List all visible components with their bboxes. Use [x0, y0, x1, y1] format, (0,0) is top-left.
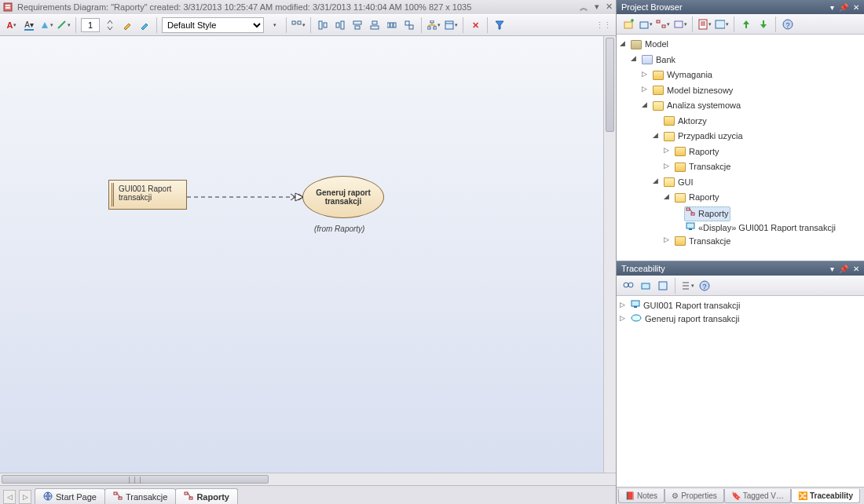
move-down-button[interactable]: [756, 17, 771, 31]
horizontal-scrollbar[interactable]: | | |: [0, 473, 616, 485]
tree-przypadki[interactable]: Przypadki uzycia: [662, 130, 745, 143]
diagram-toolbar: A▾ A▾ ▾ ▾ Default Style ▾ ▾ ▾ ▾: [0, 14, 616, 36]
expand-toggle[interactable]: ▷: [662, 236, 670, 244]
expand-toggle[interactable]: ◢: [662, 192, 670, 200]
panel-menu-icon[interactable]: ▾: [830, 3, 834, 12]
tab-next-button[interactable]: ▷: [19, 490, 31, 504]
tree-transakcje-uc[interactable]: Transakcje: [673, 160, 732, 173]
filter-button[interactable]: [492, 18, 507, 32]
panel-menu-icon[interactable]: ▾: [830, 265, 834, 273]
expand-toggle[interactable]: ▷: [662, 162, 670, 170]
svg-rect-21: [445, 21, 453, 29]
tab-start-page[interactable]: Start Page: [35, 488, 105, 504]
layout-button[interactable]: ▾: [291, 18, 306, 32]
expand-toggle[interactable]: ◢: [651, 131, 659, 139]
expand-toggle[interactable]: ◢: [629, 55, 637, 63]
trace-item-generuj[interactable]: Generuj raport transakcji: [629, 312, 741, 326]
line-width-input[interactable]: [81, 18, 100, 32]
tab-notes[interactable]: 📕Notes: [618, 489, 664, 503]
menu-icon[interactable]: ▾: [595, 2, 599, 13]
folder-open-icon: [664, 177, 675, 187]
expand-toggle[interactable]: ▷: [618, 314, 626, 322]
tree-gui-transakcje[interactable]: Transakcje: [673, 235, 732, 248]
fill-color-button[interactable]: ▾: [39, 18, 53, 32]
project-browser-header[interactable]: Project Browser ▾ 📌 ✕: [617, 0, 864, 14]
same-size-button[interactable]: [402, 18, 416, 32]
font-button[interactable]: A▾: [5, 18, 19, 32]
hierarchy-button[interactable]: ▾: [427, 18, 441, 32]
style-select[interactable]: Default Style: [162, 17, 264, 33]
diagram-canvas[interactable]: GUI001 Raport transakcji Generuj raport …: [0, 36, 616, 473]
help-button[interactable]: ?: [781, 17, 795, 31]
expand-toggle[interactable]: ▷: [640, 86, 648, 93]
help-button[interactable]: ?: [697, 279, 712, 293]
align-bottom-button[interactable]: [368, 18, 382, 32]
tab-raporty[interactable]: Raporty: [175, 488, 238, 504]
align-top-button[interactable]: [350, 18, 364, 32]
tab-tagged-values[interactable]: 🔖Tagged V…: [724, 489, 791, 503]
move-up-button[interactable]: [739, 17, 753, 31]
tree-display-element[interactable]: «Display» GUI001 Raport transakcji: [684, 221, 837, 235]
zoom-stepper[interactable]: [103, 18, 117, 32]
tab-properties[interactable]: ⚙Properties: [664, 489, 724, 503]
vertical-scrollbar[interactable]: [603, 36, 616, 473]
align-left-button[interactable]: [316, 18, 330, 32]
line-color-button[interactable]: ▾: [57, 18, 71, 32]
diagram-connector[interactable]: [187, 192, 305, 203]
new-package-button[interactable]: ▾: [639, 17, 653, 31]
close-icon[interactable]: ✕: [853, 3, 859, 12]
tools-button[interactable]: ▾: [715, 17, 729, 31]
locate-button[interactable]: [639, 279, 653, 293]
documentation-button[interactable]: ▾: [697, 17, 712, 31]
toolbar-gripper[interactable]: ⋮⋮: [595, 20, 611, 31]
distribute-h-button[interactable]: [385, 18, 399, 32]
new-element-button[interactable]: ▾: [673, 17, 687, 31]
diagram-node-artifact[interactable]: GUI001 Raport transakcji: [108, 180, 187, 210]
options-button[interactable]: ▾: [680, 279, 694, 293]
new-model-button[interactable]: [621, 17, 635, 31]
expand-toggle[interactable]: ◢: [651, 177, 659, 185]
pin-icon[interactable]: 📌: [839, 3, 848, 12]
tree-diagram-raporty[interactable]: Raporty: [684, 206, 730, 221]
traceability-header[interactable]: Traceability ▾ 📌 ✕: [617, 261, 864, 276]
pin-icon[interactable]: 📌: [839, 265, 848, 273]
tab-traceability[interactable]: 🔀Traceability: [791, 489, 860, 503]
tree-wymagania[interactable]: Wymagania: [651, 68, 714, 82]
tree-raporty-uc[interactable]: Raporty: [673, 145, 721, 159]
tree-gui-raporty[interactable]: Raporty: [673, 191, 721, 204]
refresh-button[interactable]: [656, 279, 670, 293]
style-apply-button[interactable]: ▾: [267, 18, 281, 32]
tab-prev-button[interactable]: ◁: [3, 490, 16, 504]
trace-item-gui001[interactable]: GUI001 Raport transakcji: [629, 299, 742, 312]
project-browser-title: Project Browser: [621, 2, 683, 12]
diagram-node-usecase[interactable]: Generuj raport transakcji: [302, 176, 384, 218]
close-icon[interactable]: ✕: [606, 2, 613, 13]
new-diagram-button[interactable]: ▾: [656, 17, 670, 31]
highlighter-button[interactable]: [137, 18, 152, 32]
align-right-button[interactable]: [333, 18, 347, 32]
tree-model[interactable]: Model: [629, 38, 670, 51]
tab-transakcje[interactable]: Transakcje: [104, 488, 176, 504]
tree-bank[interactable]: Bank: [640, 53, 677, 67]
expand-toggle[interactable]: ▷: [640, 70, 648, 78]
expand-toggle[interactable]: ▷: [618, 301, 626, 309]
collapse-icon[interactable]: ︽: [580, 2, 588, 13]
pencil-button[interactable]: [120, 18, 134, 32]
properties-button[interactable]: ▾: [444, 18, 458, 32]
close-icon[interactable]: ✕: [853, 265, 859, 273]
expand-toggle[interactable]: ◢: [618, 39, 626, 47]
tree-analiza[interactable]: Analiza systemowa: [651, 99, 742, 112]
tree-aktorzy[interactable]: Aktorzy: [662, 115, 708, 128]
svg-rect-26: [185, 492, 188, 495]
tree-model-biznesowy[interactable]: Model biznesowy: [651, 84, 734, 97]
tree-gui[interactable]: GUI: [662, 176, 695, 189]
expand-toggle[interactable]: ◢: [640, 100, 648, 108]
find-button[interactable]: [621, 279, 635, 293]
font-color-button[interactable]: A▾: [22, 18, 36, 32]
delete-button[interactable]: ✕: [468, 18, 482, 32]
model-icon: [631, 40, 642, 49]
expand-toggle[interactable]: ▷: [662, 147, 670, 155]
center-pane: Requirements Diagram: "Raporty" created:…: [0, 0, 617, 504]
svg-rect-7: [341, 21, 344, 29]
notes-icon: 📕: [625, 491, 635, 500]
